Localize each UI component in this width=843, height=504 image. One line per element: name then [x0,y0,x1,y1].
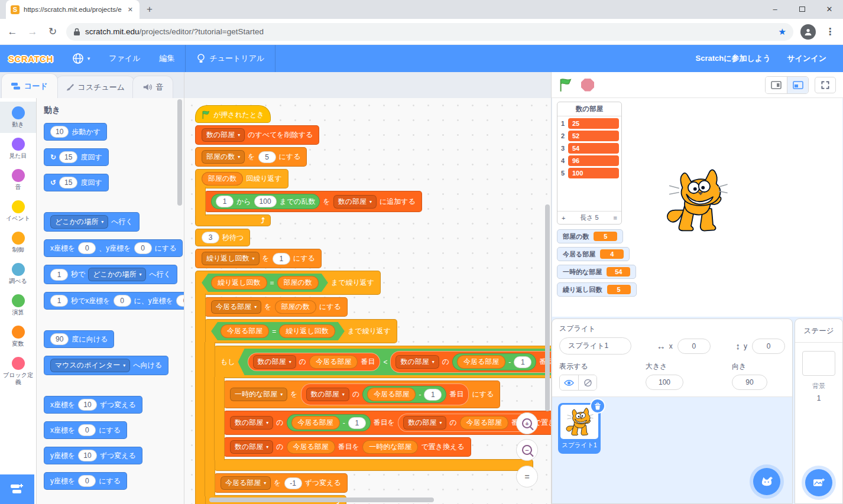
variable-reporter[interactable]: 今居る部屋 [287,440,335,454]
number-input[interactable]: 5 [258,151,276,163]
variable-reporter[interactable]: 今居る部屋 [460,416,508,430]
block-when-flag-clicked[interactable]: が押されたとき [195,105,271,123]
join-scratch-link[interactable]: Scratchに参加しよう [688,45,779,72]
number-input[interactable]: 1 [424,389,442,401]
fullscreen-button[interactable] [815,77,836,93]
backdrop-thumbnail[interactable] [802,351,835,376]
green-flag-button[interactable] [559,78,573,92]
number-input[interactable]: 0 [78,475,96,487]
number-input[interactable]: 0 [78,242,96,254]
palette-block-set-y[interactable]: y座標を 0 にする [44,472,127,490]
new-tab-button[interactable]: + [147,4,153,15]
block-change-current[interactable]: 今居る部屋▾ を -1 ずつ変える [214,473,348,493]
row-value[interactable]: 52 [568,131,619,141]
tab-costumes[interactable]: コスチューム [56,76,135,98]
block-repeat-until-inner[interactable]: 今居る部屋 = 繰り返し回数 まで繰り返す もし [205,319,551,504]
cat-sprite[interactable] [662,168,731,234]
palette-block-move-steps[interactable]: 10 歩動かす [44,123,107,141]
minimize-button[interactable]: – [761,0,789,18]
number-input[interactable]: 15 [59,151,77,163]
profile-avatar[interactable] [800,24,816,40]
block-if[interactable]: もし 数の部屋▾ の 今居る部屋 番目 [214,346,551,471]
palette-block-glide-xy[interactable]: 1 秒でx座標を 0 に、y座標を 0 [44,292,184,310]
code-vertical-scrollbar[interactable] [545,204,550,411]
number-input[interactable]: 0 [134,242,152,254]
add-extension-button[interactable] [0,474,34,504]
variable-monitor[interactable]: 繰り返し回数5 [557,282,637,297]
list-resize-handle[interactable]: = [614,214,617,222]
if-footer[interactable] [214,459,533,471]
palette-block-turn-cw[interactable]: ↻ 15 度回す [44,148,109,166]
number-input[interactable]: -1 [284,477,302,489]
item-of-list-reporter[interactable]: 数の部屋▾ の 今居る部屋 - 1 [301,383,469,405]
back-icon[interactable]: ← [6,26,19,38]
number-input[interactable]: 0 [114,295,131,307]
equals-operator[interactable]: 今居る部屋 = 繰り返し回数 [211,322,345,340]
number-input[interactable]: 1 [348,417,366,429]
forward-icon[interactable]: → [26,26,39,38]
scratch-logo[interactable]: SCRATCH [8,54,53,64]
number-input[interactable]: 15 [59,177,77,188]
row-value[interactable]: 96 [568,155,619,166]
add-backdrop-button[interactable] [805,469,832,496]
tab-sounds[interactable]: 音 [132,76,173,98]
sprite-card-selected[interactable]: スプライト1 [558,403,601,454]
block-set-current[interactable]: 今居る部屋▾ を 部屋の数 にする [205,297,348,317]
block-repeat-rooms[interactable]: 部屋の数 回繰り返す 1 から 100 までの乱数 [195,169,422,226]
variable-monitor[interactable]: 今居る部屋4 [557,247,630,261]
url-field[interactable]: scratch.mit.edu/projects/editor/?tutoria… [66,23,793,41]
show-sprite-button[interactable] [560,375,578,390]
browser-menu-icon[interactable]: ⋮ [823,26,837,37]
variable-reporter[interactable]: 部屋の数 [202,172,243,186]
variable-reporter[interactable]: 繰り返し回数 [279,324,335,338]
variable-dropdown[interactable]: 今居る部屋▾ [221,476,271,490]
variable-dropdown[interactable]: 部屋の数▾ [202,150,245,164]
sprite-y-input[interactable]: 0 [752,339,785,354]
zoom-in-button[interactable]: + [516,412,538,434]
list-dropdown[interactable]: 数の部屋▾ [230,416,273,430]
stop-button[interactable] [581,79,594,92]
list-dropdown[interactable]: 数の部屋▾ [395,355,439,369]
target-dropdown[interactable]: どこかの場所▾ [88,268,146,281]
stage[interactable]: 数の部屋 125 252 354 496 5100 + 長さ 5 = 部屋の数5 [552,98,842,317]
list-dropdown[interactable]: 数の部屋▾ [306,388,349,401]
number-input[interactable]: 0 [78,424,96,436]
block-wait[interactable]: 3 秒待つ [195,229,250,246]
menu-tutorials[interactable]: チュートリアル [188,45,273,72]
number-input[interactable]: 1 [273,253,290,265]
code-canvas[interactable]: が押されたとき 数の部屋▾ のすべてを削除する 部屋の数▾ を 5 にする [184,98,551,504]
variable-reporter[interactable]: 今居る部屋 [309,355,358,369]
block-repeat-until-outer[interactable]: 繰り返し回数 = 部屋の数 まで繰り返す 今居る部屋▾ を 部屋の数 [195,271,551,504]
row-value[interactable]: 100 [568,168,619,178]
variable-reporter[interactable]: 今居る部屋 [221,324,269,338]
block-set-temp[interactable]: 一時的な部屋▾ を 数の部屋▾ の 今居る部屋 [223,381,500,408]
number-input[interactable]: 10 [78,399,96,411]
category-operators[interactable]: 演算 [0,290,36,321]
variable-reporter[interactable]: 一時的な部屋 [362,440,418,454]
maximize-button[interactable] [789,0,816,18]
category-sensing[interactable]: 調べる [0,258,36,290]
variable-monitor[interactable]: 部屋の数5 [557,229,623,243]
large-stage-button[interactable] [787,77,808,93]
palette-block-change-y[interactable]: y座標を 10 ずつ変える [44,447,142,464]
palette-block-point-direction[interactable]: 90 度に向ける [44,330,114,348]
variable-reporter[interactable]: 今居る部屋 [367,388,416,401]
list-dropdown[interactable]: 数の部屋▾ [253,355,296,369]
list-dropdown[interactable]: 数の部屋▾ [230,440,273,454]
number-input[interactable]: 100 [254,196,277,207]
browser-tab[interactable]: S https://scratch.mit.edu/projects/e ✕ [6,0,140,19]
item-of-list-reporter[interactable]: 数の部屋▾ の 今居る部屋 番目 [248,353,381,371]
variable-monitor[interactable]: 一時的な部屋54 [557,265,636,279]
block-replace-current-item[interactable]: 数の部屋▾ の 今居る部屋 番目を 一時的な部屋 で置き換える [223,437,471,457]
list-dropdown[interactable]: 数の部屋▾ [202,128,245,142]
zoom-out-button[interactable]: − [516,439,538,461]
repeat-footer[interactable]: ⤴ [195,214,271,226]
item-of-list-reporter[interactable]: 数の部屋▾ の 今居る部屋 - 1 [390,351,551,373]
palette-block-point-towards[interactable]: マウスのポインター▾ へ向ける [44,356,168,375]
item-of-list-reporter[interactable]: 数の部屋▾ の 今居る部屋 番目 [398,414,531,432]
sprite-direction-input[interactable]: 90 [732,375,767,390]
number-input[interactable]: 1 [50,269,68,281]
variable-dropdown[interactable]: 今居る部屋▾ [211,300,261,314]
target-dropdown[interactable]: マウスのポインター▾ [50,359,130,372]
menu-edit[interactable]: 編集 [151,45,183,72]
